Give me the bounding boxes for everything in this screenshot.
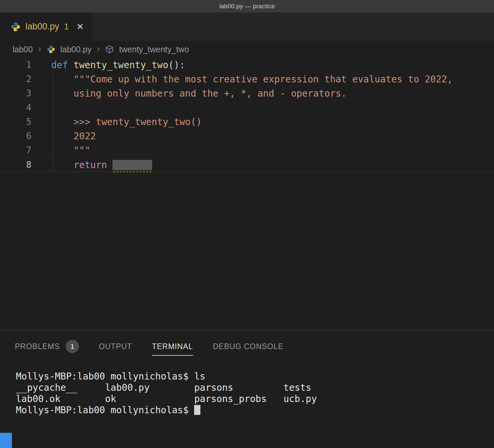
- line-number: 2: [0, 72, 31, 86]
- blue-corner-indicator: [0, 433, 12, 448]
- code-line[interactable]: 4: [0, 101, 494, 115]
- panel-tabs: PROBLEMS1OUTPUTTERMINALDEBUG CONSOLE: [0, 331, 494, 362]
- symbol-cube-icon: [105, 45, 114, 54]
- code-line[interactable]: 8 return: [0, 157, 494, 172]
- line-number: 3: [0, 86, 31, 101]
- panel-tab-label: OUTPUT: [99, 342, 132, 351]
- code-token: [51, 131, 73, 142]
- panel-tab-debug-console[interactable]: DEBUG CONSOLE: [213, 342, 284, 351]
- bottom-panel: PROBLEMS1OUTPUTTERMINALDEBUG CONSOLE Mol…: [0, 330, 494, 448]
- line-content: """Come up with the most creative expres…: [31, 72, 453, 86]
- code-line[interactable]: 5 >>> twenty_twenty_two(): [0, 115, 494, 129]
- problems-count-badge: 1: [66, 340, 79, 353]
- code-token: twenty_twenty_two(): [96, 116, 202, 127]
- line-number: 7: [0, 143, 31, 157]
- terminal-output[interactable]: Mollys-MBP:lab00 mollynicholas$ ls__pyca…: [0, 362, 494, 448]
- code-line[interactable]: 1def twenty_twenty_two():: [0, 58, 494, 72]
- editor-lines: 1def twenty_twenty_two():2 """Come up wi…: [0, 58, 494, 172]
- code-token: [51, 159, 73, 170]
- panel-tab-label: DEBUG CONSOLE: [213, 342, 284, 351]
- code-token: [51, 145, 73, 156]
- tab-problems-count: 1: [64, 22, 69, 31]
- python-icon: [47, 45, 55, 54]
- chevron-right-icon: ›: [97, 43, 100, 54]
- breadcrumb-symbol[interactable]: twenty_twenty_two: [119, 45, 189, 54]
- code-token: [51, 74, 73, 85]
- code-token: [107, 159, 113, 170]
- panel-tab-problems[interactable]: PROBLEMS1: [15, 340, 79, 353]
- answer-blank[interactable]: [112, 160, 152, 170]
- indent-guide: [53, 72, 53, 172]
- terminal-line: lab00.ok ok parsons_probs ucb.py: [16, 393, 494, 405]
- vscode-window: lab00.py — practice lab00.py 1 ✕ lab00 ›…: [0, 0, 494, 448]
- code-token: >>>: [73, 116, 90, 127]
- terminal-line: Mollys-MBP:lab00 mollynicholas$ ls: [16, 371, 494, 382]
- close-icon[interactable]: ✕: [76, 22, 84, 32]
- panel-tab-label: TERMINAL: [152, 342, 193, 351]
- panel-tab-output[interactable]: OUTPUT: [99, 342, 132, 351]
- line-content: def twenty_twenty_two():: [31, 58, 185, 72]
- line-number: 5: [0, 115, 31, 129]
- line-number: 8: [0, 158, 31, 171]
- code-token: [90, 116, 96, 127]
- code-token: [68, 60, 74, 70]
- line-number: 1: [0, 58, 31, 72]
- code-line[interactable]: 7 """: [0, 143, 494, 157]
- code-token: 2022: [73, 131, 96, 142]
- terminal-cursor: [194, 405, 200, 415]
- editor[interactable]: 1def twenty_twenty_two():2 """Come up wi…: [0, 58, 494, 330]
- chevron-right-icon: ›: [38, 43, 41, 54]
- breadcrumb-folder[interactable]: lab00: [13, 45, 33, 54]
- breadcrumb: lab00 › lab00.py › twenty_twenty_two: [0, 41, 494, 58]
- panel-tab-terminal[interactable]: TERMINAL: [152, 342, 193, 351]
- window-title-bar: lab00.py — practice: [0, 0, 494, 13]
- line-content: >>> twenty_twenty_two(): [31, 115, 202, 129]
- code-token: twenty_twenty_two: [73, 60, 168, 70]
- code-line[interactable]: 6 2022: [0, 129, 494, 143]
- code-token: """Come up with the most creative expres…: [73, 74, 452, 85]
- line-content: using only numbers and the +, *, and - o…: [31, 86, 347, 101]
- code-token: return: [73, 159, 107, 170]
- window-title: lab00.py — practice: [219, 3, 275, 10]
- line-number: 4: [0, 101, 31, 115]
- breadcrumb-file[interactable]: lab00.py: [61, 45, 92, 54]
- line-number: 6: [0, 129, 31, 143]
- code-token: def: [51, 60, 68, 70]
- code-token: """: [73, 145, 90, 156]
- python-icon: [11, 22, 21, 32]
- line-content: 2022: [31, 129, 96, 143]
- line-content: return: [31, 158, 152, 171]
- code-token: ():: [168, 60, 185, 70]
- line-content: """: [31, 143, 90, 157]
- tab-bar: lab00.py 1 ✕: [0, 13, 494, 41]
- code-token: [51, 116, 73, 127]
- line-content: [31, 101, 51, 115]
- code-line[interactable]: 3 using only numbers and the +, *, and -…: [0, 86, 494, 101]
- tab-filename: lab00.py: [25, 22, 59, 32]
- terminal-line: __pycache__ lab00.py parsons tests: [16, 382, 494, 393]
- tab-lab00-py[interactable]: lab00.py 1 ✕: [0, 13, 93, 41]
- code-token: using only numbers and the +, *, and - o…: [73, 88, 347, 99]
- terminal-line: Mollys-MBP:lab00 mollynicholas$: [16, 405, 494, 416]
- code-line[interactable]: 2 """Come up with the most creative expr…: [0, 72, 494, 86]
- code-token: [51, 88, 73, 99]
- panel-tab-label: PROBLEMS: [15, 342, 60, 351]
